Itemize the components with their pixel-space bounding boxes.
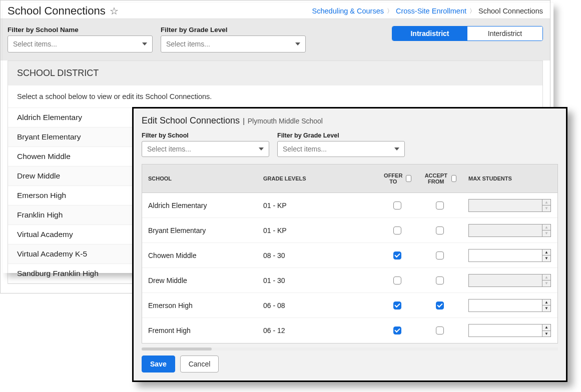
district-instruction: Select a school below to view or edit it… <box>8 86 542 108</box>
table-row: Bryant Elementary01 - KP▲▼ <box>142 218 557 243</box>
table-horizontal-scrollbar[interactable] <box>142 348 558 350</box>
cell-school: Aldrich Elementary <box>142 202 257 210</box>
offer-to-checkbox[interactable] <box>393 252 401 260</box>
stepper-down-icon: ▼ <box>542 280 550 286</box>
accept-from-checkbox[interactable] <box>436 252 444 260</box>
accept-select-all-checkbox[interactable] <box>451 175 456 182</box>
breadcrumb-current: School Connections <box>478 7 543 15</box>
modal-filter-school-dropdown[interactable]: Select items... <box>142 141 269 157</box>
filters-bar: Filter by School Name Select items... Fi… <box>1 18 550 60</box>
cell-max-students: ▲▼ <box>462 224 557 237</box>
breadcrumb: Scheduling & Courses 〉 Cross-Site Enroll… <box>312 7 543 16</box>
chevron-right-icon: 〉 <box>469 7 475 16</box>
table-row: Emerson High06 - 08▲▼ <box>142 293 557 318</box>
cell-offer-to <box>377 302 417 310</box>
filter-grade-dropdown[interactable]: Select items... <box>161 36 306 52</box>
stepper-down-icon[interactable]: ▼ <box>542 331 550 337</box>
accept-from-checkbox[interactable] <box>436 226 444 234</box>
stepper-up-icon[interactable]: ▲ <box>542 300 550 306</box>
cell-accept-from <box>417 202 462 210</box>
accept-from-checkbox[interactable] <box>436 276 444 284</box>
cell-accept-from <box>417 302 462 310</box>
col-header-max[interactable]: MAX STUDENTS <box>462 164 557 192</box>
stepper-up-icon[interactable]: ▲ <box>542 324 550 331</box>
accept-from-checkbox[interactable] <box>436 202 444 210</box>
max-students-stepper: ▲▼ <box>468 274 551 287</box>
cell-offer-to <box>377 202 417 210</box>
max-students-input <box>468 274 542 287</box>
accept-from-checkbox[interactable] <box>436 302 444 310</box>
table-row: Chowen Middle08 - 30▲▼ <box>142 243 557 268</box>
district-header: SCHOOL DISTRICT <box>8 61 542 86</box>
cell-school: Fremont High <box>142 326 257 334</box>
cell-accept-from <box>417 226 462 234</box>
cell-max-students: ▲▼ <box>462 274 557 287</box>
favorite-star-icon[interactable]: ☆ <box>110 5 119 17</box>
max-students-input <box>468 224 542 237</box>
breadcrumb-link-cross-site[interactable]: Cross-Site Enrollment <box>396 7 466 15</box>
table-row: Fremont High06 - 12▲▼ <box>142 318 557 343</box>
stepper-up-icon: ▲ <box>542 274 550 281</box>
max-students-stepper[interactable]: ▲▼ <box>468 249 551 262</box>
modal-filter-grade-label: Filter by Grade Level <box>277 132 405 139</box>
cancel-button[interactable]: Cancel <box>180 356 219 372</box>
tab-interdistrict[interactable]: Interdistrict <box>467 26 542 40</box>
cell-offer-to <box>377 226 417 234</box>
modal-subtitle: Plymouth Middle School <box>248 117 323 125</box>
filter-school-placeholder: Select items... <box>13 40 57 48</box>
page-title: School Connections <box>8 4 106 18</box>
offer-to-checkbox[interactable] <box>393 326 401 334</box>
cell-max-students: ▲▼ <box>462 249 557 262</box>
cell-grade-levels: 01 - KP <box>257 226 377 234</box>
tab-intradistrict[interactable]: Intradistrict <box>392 26 467 40</box>
stepper-down-icon[interactable]: ▼ <box>542 306 550 312</box>
chevron-right-icon: 〉 <box>387 7 393 16</box>
cell-accept-from <box>417 326 462 334</box>
col-header-accept[interactable]: ACCEPT FROM <box>417 164 462 192</box>
stepper-up-icon: ▲ <box>542 224 550 231</box>
edit-connections-modal: Edit School Connections | Plymouth Middl… <box>132 107 567 382</box>
cell-max-students: ▲▼ <box>462 324 557 337</box>
max-students-input[interactable] <box>468 249 542 262</box>
offer-to-checkbox[interactable] <box>393 202 401 210</box>
max-students-input[interactable] <box>468 299 542 312</box>
cell-school: Drew Middle <box>142 276 257 284</box>
table-row: Drew Middle01 - 30▲▼ <box>142 268 557 293</box>
modal-filter-grade-dropdown[interactable]: Select items... <box>277 141 405 157</box>
stepper-down-icon[interactable]: ▼ <box>542 256 550 262</box>
modal-filter-school-label: Filter by School <box>142 132 269 139</box>
filter-school-label: Filter by School Name <box>8 26 153 34</box>
stepper-up-icon[interactable]: ▲ <box>542 250 550 256</box>
offer-to-checkbox[interactable] <box>393 226 401 234</box>
col-header-offer[interactable]: OFFER TO <box>377 164 417 192</box>
max-students-stepper: ▲▼ <box>468 199 551 212</box>
table-header: SCHOOL GRADE LEVELS OFFER TO ACCEPT FROM… <box>142 164 557 193</box>
modal-title: Edit School Connections <box>142 116 240 126</box>
modal-title-row: Edit School Connections | Plymouth Middl… <box>134 108 566 129</box>
save-button[interactable]: Save <box>142 356 175 372</box>
district-scope-toggle: Intradistrict Interdistrict <box>392 26 543 41</box>
cell-school: Emerson High <box>142 302 257 310</box>
accept-from-checkbox[interactable] <box>436 326 444 334</box>
filter-school-dropdown[interactable]: Select items... <box>8 36 153 52</box>
col-header-grade[interactable]: GRADE LEVELS <box>257 164 377 192</box>
cell-accept-from <box>417 252 462 260</box>
offer-to-checkbox[interactable] <box>393 302 401 310</box>
max-students-input <box>468 199 542 212</box>
modal-actions: Save Cancel <box>134 350 566 380</box>
max-students-input[interactable] <box>468 324 542 337</box>
breadcrumb-link-scheduling[interactable]: Scheduling & Courses <box>312 7 384 15</box>
col-header-school[interactable]: SCHOOL <box>142 164 257 192</box>
offer-select-all-checkbox[interactable] <box>406 175 411 182</box>
cell-grade-levels: 06 - 12 <box>257 326 377 334</box>
cell-grade-levels: 01 - 30 <box>257 276 377 284</box>
max-students-stepper[interactable]: ▲▼ <box>468 324 551 337</box>
filter-grade-label: Filter by Grade Level <box>161 26 306 34</box>
offer-to-checkbox[interactable] <box>393 276 401 284</box>
cell-school: Chowen Middle <box>142 252 257 260</box>
cell-offer-to <box>377 326 417 334</box>
stepper-up-icon: ▲ <box>542 200 550 206</box>
cell-offer-to <box>377 276 417 284</box>
page-header: School Connections ☆ Scheduling & Course… <box>1 0 550 18</box>
max-students-stepper[interactable]: ▲▼ <box>468 299 551 312</box>
